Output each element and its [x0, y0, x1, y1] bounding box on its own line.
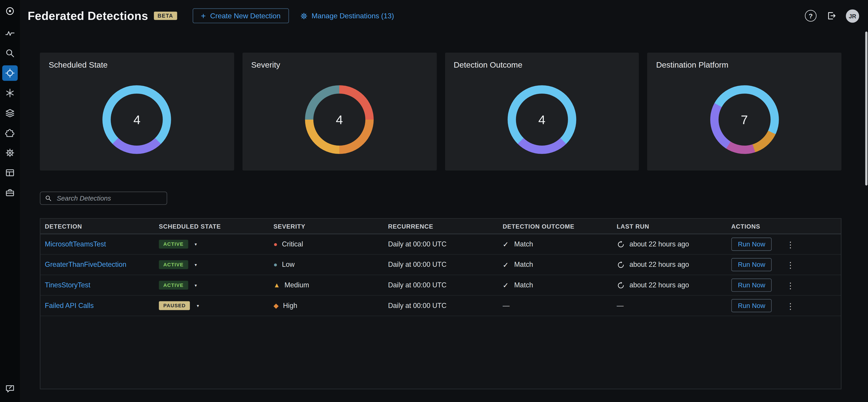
donut-value: 4 — [111, 94, 163, 146]
summary-card: Scheduled State 4 — [40, 53, 234, 171]
summary-card: Severity 4 — [242, 53, 436, 171]
logout-button[interactable] — [826, 11, 837, 21]
severity-label: High — [283, 302, 297, 310]
outcome-label: Match — [514, 240, 533, 248]
last-run-label: about 22 hours ago — [629, 281, 689, 289]
table-row: MicrosoftTeamsTest ACTIVE ▾ ● Critical D… — [40, 234, 841, 255]
sidebar-item-settings[interactable] — [2, 145, 18, 161]
sidebar-item-detections[interactable] — [2, 65, 18, 81]
briefcase-icon — [5, 188, 15, 197]
donut-chart: 7 — [710, 85, 779, 154]
main-area: Federated Detections BETA + Create New D… — [20, 0, 868, 402]
run-now-button[interactable]: Run Now — [731, 299, 772, 312]
donut-value: 7 — [718, 94, 770, 146]
help-button[interactable]: ? — [805, 10, 816, 22]
donut-chart: 4 — [103, 85, 171, 154]
run-now-button[interactable]: Run Now — [731, 279, 772, 292]
detection-link[interactable]: GreaterThanFiveDetection — [45, 261, 126, 268]
detection-link[interactable]: TinesStoryTest — [45, 281, 90, 289]
card-title: Detection Outcome — [454, 60, 630, 69]
summary-card: Detection Outcome 4 — [445, 53, 639, 171]
recurrence-label: Daily at 00:00 UTC — [388, 240, 503, 248]
refresh-icon — [617, 240, 625, 248]
column-header: SEVERITY — [274, 223, 388, 229]
table-row: TinesStoryTest ACTIVE ▾ ▲ Medium Daily a… — [40, 275, 841, 296]
donut-chart: 4 — [305, 85, 374, 154]
manage-destinations-link[interactable]: Manage Destinations (13) — [300, 11, 394, 20]
dashboard-icon — [5, 168, 15, 178]
check-icon: ✓ — [503, 260, 509, 269]
gear-icon — [300, 12, 308, 20]
column-header: DETECTION — [45, 223, 159, 229]
sparkle-icon — [5, 88, 15, 98]
table-row: GreaterThanFiveDetection ACTIVE ▾ ● Low … — [40, 255, 841, 275]
recurrence-label: Daily at 00:00 UTC — [388, 281, 503, 289]
header-right: ? JR — [805, 9, 859, 22]
detection-link[interactable]: Failed API Calls — [45, 302, 94, 310]
user-avatar[interactable]: JR — [846, 9, 859, 22]
sidebar-item-dashboards[interactable] — [2, 165, 18, 181]
sidebar-item-search[interactable] — [2, 45, 18, 61]
logout-icon — [826, 11, 837, 21]
state-dropdown-caret[interactable]: ▾ — [197, 303, 199, 308]
sidebar-item-integrations[interactable] — [2, 125, 18, 141]
severity-icon: ▲ — [274, 281, 280, 289]
row-menu-button[interactable]: ⋮ — [786, 281, 795, 289]
severity-icon: ● — [274, 240, 278, 248]
layers-icon — [5, 108, 15, 118]
scrollbar-thumb[interactable] — [865, 32, 868, 186]
detections-target-icon — [5, 68, 15, 78]
severity-label: Low — [282, 261, 294, 268]
state-badge: PAUSED — [159, 301, 190, 310]
sidebar-logo[interactable] — [2, 3, 18, 19]
outcome-label: Match — [514, 261, 533, 268]
search-icon — [5, 48, 15, 58]
detections-table: DETECTIONSCHEDULED STATESEVERITYRECURREN… — [40, 218, 841, 389]
donut-value: 4 — [313, 94, 365, 146]
table-header: DETECTIONSCHEDULED STATESEVERITYRECURREN… — [40, 219, 841, 234]
detection-link[interactable]: MicrosoftTeamsTest — [45, 240, 106, 248]
sidebar-item-activity[interactable] — [2, 26, 18, 41]
column-header: LAST RUN — [617, 223, 731, 229]
search-input[interactable] — [56, 194, 162, 203]
search-box — [40, 191, 167, 205]
state-dropdown-caret[interactable]: ▾ — [195, 283, 197, 287]
state-badge: ACTIVE — [159, 260, 188, 269]
app-header: Federated Detections BETA + Create New D… — [20, 0, 868, 32]
run-now-button[interactable]: Run Now — [731, 258, 772, 271]
content: Scheduled State 4 Severity 4 Detection O… — [20, 32, 868, 389]
severity-icon: ● — [274, 261, 278, 268]
plus-icon: + — [201, 11, 206, 20]
row-menu-button[interactable]: ⋮ — [786, 301, 795, 310]
card-title: Severity — [251, 60, 428, 69]
column-header: RECURRENCE — [388, 223, 503, 229]
state-dropdown-caret[interactable]: ▾ — [195, 242, 197, 247]
donut-wrap: 7 — [656, 85, 833, 154]
card-title: Scheduled State — [49, 60, 225, 69]
run-now-button[interactable]: Run Now — [731, 238, 772, 251]
create-detection-button[interactable]: + Create New Detection — [193, 8, 289, 23]
column-header: DETECTION OUTCOME — [503, 223, 617, 229]
sidebar-item-investigations[interactable] — [2, 85, 18, 101]
search-icon — [45, 194, 52, 202]
recurrence-label: Daily at 00:00 UTC — [388, 302, 503, 310]
last-run-label: about 22 hours ago — [629, 261, 689, 268]
donut-wrap: 4 — [251, 85, 428, 154]
sidebar-item-records[interactable] — [2, 105, 18, 121]
refresh-icon — [617, 281, 625, 289]
summary-cards: Scheduled State 4 Severity 4 Detection O… — [40, 53, 841, 171]
sidebar-item-feedback[interactable] — [2, 381, 18, 397]
row-menu-button[interactable]: ⋮ — [786, 240, 795, 248]
donut-chart: 4 — [507, 85, 576, 154]
column-header: ACTIONS — [731, 223, 841, 229]
puzzle-icon — [5, 128, 15, 138]
page-title: Federated Detections — [28, 9, 148, 22]
check-icon: ✓ — [503, 281, 509, 289]
create-detection-label: Create New Detection — [210, 11, 281, 20]
recurrence-label: Daily at 00:00 UTC — [388, 261, 503, 268]
sidebar-item-assets[interactable] — [2, 185, 18, 200]
severity-label: Critical — [282, 240, 303, 248]
row-menu-button[interactable]: ⋮ — [786, 260, 795, 269]
feedback-chat-icon — [5, 384, 15, 394]
state-dropdown-caret[interactable]: ▾ — [195, 262, 197, 267]
